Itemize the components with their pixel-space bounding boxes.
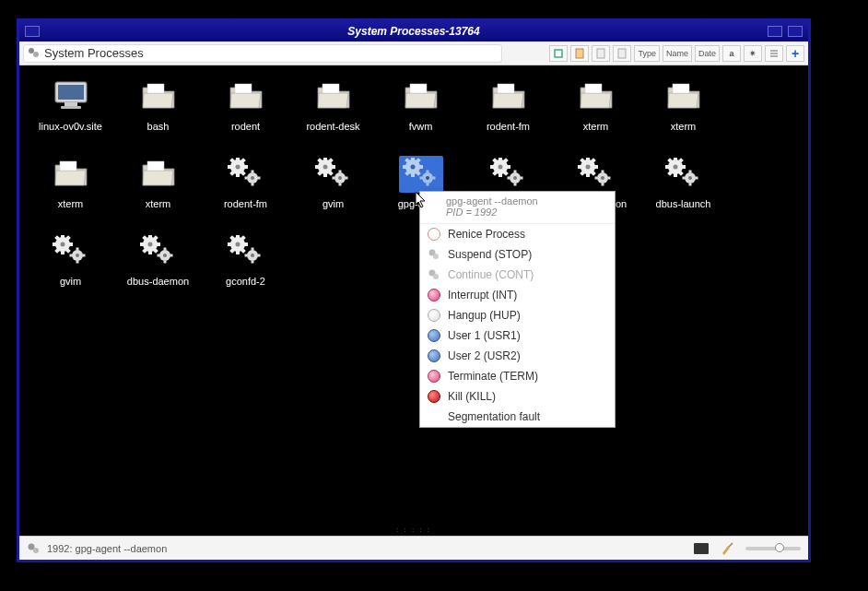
signal-pink-icon <box>428 289 440 301</box>
tool-doc2[interactable] <box>592 45 610 62</box>
folder-icon <box>224 78 268 115</box>
process-label: bash <box>147 121 170 132</box>
process-item[interactable]: rodent-fm <box>464 75 552 152</box>
menu-item-label: Hangup (HUP) <box>448 309 521 322</box>
status-gears-icon <box>27 542 41 555</box>
sort-type[interactable]: Type <box>634 45 660 62</box>
menu-item[interactable]: User 1 (USR1) <box>420 325 615 346</box>
process-item[interactable]: gconfd-2 <box>202 230 289 307</box>
process-item[interactable]: linux-ov0v.site <box>27 75 114 152</box>
svg-rect-3 <box>576 49 583 58</box>
menu-item[interactable]: Interrupt (INT) <box>420 285 615 305</box>
folder-icon <box>662 78 706 115</box>
zoom-thumb[interactable] <box>775 543 784 552</box>
process-item[interactable]: rodent-fm <box>202 152 289 230</box>
gears-icon <box>136 233 181 270</box>
menu-item-label: Suspend (STOP) <box>448 248 532 261</box>
folder-icon <box>399 78 443 115</box>
menu-item[interactable]: Kill (KILL) <box>420 386 615 407</box>
process-item[interactable]: gvim <box>289 152 377 230</box>
tool-add[interactable]: + <box>786 45 804 62</box>
process-item[interactable]: dbus-launch <box>639 152 727 230</box>
process-label: rodent-fm <box>487 121 530 132</box>
tool-font[interactable]: a <box>722 45 741 62</box>
gears-icon <box>428 268 440 281</box>
folder-icon <box>487 78 531 115</box>
toolbar: System Processes Type Name Date a ✷ + <box>19 41 808 65</box>
process-item[interactable]: gvim <box>27 230 114 307</box>
tool-doc1[interactable] <box>570 45 589 62</box>
sort-date[interactable]: Date <box>695 45 720 62</box>
process-item[interactable]: xterm <box>639 75 727 152</box>
window-title: System Processes-13764 <box>347 25 479 38</box>
process-label: rodent-desk <box>306 121 359 132</box>
titlebar[interactable]: System Processes-13764 <box>19 21 808 41</box>
menu-item[interactable]: User 2 (USR2) <box>420 346 615 366</box>
sort-name[interactable]: Name <box>663 45 692 62</box>
process-label: fvwm <box>409 121 433 132</box>
svg-line-12 <box>729 543 733 547</box>
menu-item-label: Terminate (TERM) <box>448 370 538 383</box>
menu-item[interactable]: Segmentation fault <box>420 407 615 427</box>
signal-pink-icon <box>428 370 440 383</box>
process-label: xterm <box>671 121 697 132</box>
signal-none-icon <box>428 410 440 423</box>
process-label: xterm <box>583 121 609 132</box>
menu-item-label: User 2 (USR2) <box>448 349 521 362</box>
status-terminal-icon[interactable] <box>694 542 709 555</box>
svg-rect-11 <box>694 543 709 554</box>
gears-icon <box>487 156 531 193</box>
process-label: xterm <box>146 198 171 209</box>
menu-item[interactable]: Suspend (STOP) <box>420 244 615 265</box>
process-item[interactable]: fvwm <box>377 75 464 152</box>
gears-icon <box>399 156 443 193</box>
signal-red-icon <box>428 390 440 403</box>
process-label: gvim <box>60 276 81 287</box>
context-menu: gpg-agent --daemon PID = 1992 Renice Pro… <box>419 191 616 428</box>
process-item[interactable]: xterm <box>27 152 114 230</box>
menu-item-label: Interrupt (INT) <box>448 289 517 301</box>
process-label: dbus-daemon <box>127 276 189 287</box>
folder-icon <box>136 156 181 193</box>
context-menu-pid: PID = 1992 <box>446 207 605 218</box>
gears-icon <box>662 156 706 193</box>
zoom-slider[interactable] <box>745 547 801 550</box>
process-label: rodent-fm <box>224 198 267 209</box>
window-menu-button[interactable] <box>25 26 40 37</box>
signal-blue-icon <box>428 329 440 342</box>
menu-item-label: Segmentation fault <box>448 410 540 423</box>
pane-grip[interactable]: : : : : : <box>396 526 431 534</box>
process-item[interactable]: xterm <box>552 75 639 152</box>
menu-item[interactable]: Renice Process <box>420 224 615 244</box>
tool-doc3[interactable] <box>613 45 631 62</box>
minimize-button[interactable] <box>788 26 803 37</box>
menu-item[interactable]: Terminate (TERM) <box>420 366 615 386</box>
process-item[interactable]: rodent-desk <box>289 75 377 152</box>
gears-icon <box>49 233 93 270</box>
process-item[interactable]: bash <box>114 75 202 152</box>
svg-point-1 <box>33 52 39 57</box>
svg-point-14 <box>433 254 439 259</box>
context-menu-title: gpg-agent --daemon <box>446 195 605 207</box>
tool-star[interactable]: ✷ <box>744 45 762 62</box>
monitor-icon <box>49 78 93 115</box>
context-menu-header: gpg-agent --daemon PID = 1992 <box>420 192 615 224</box>
svg-rect-4 <box>597 49 604 58</box>
process-label: linux-ov0v.site <box>39 121 102 132</box>
process-item[interactable]: rodent <box>202 75 289 152</box>
menu-item-label: Continue (CONT) <box>448 268 534 281</box>
status-broom-icon[interactable] <box>720 542 734 555</box>
process-item[interactable]: xterm <box>114 152 202 230</box>
content-area[interactable]: linux-ov0v.sitebashrodentrodent-deskfvwm… <box>19 65 808 532</box>
signal-blue-icon <box>428 349 440 362</box>
tool-list[interactable] <box>765 45 783 62</box>
process-item[interactable]: dbus-daemon <box>114 230 202 307</box>
process-label: gconfd-2 <box>226 276 265 287</box>
menu-item[interactable]: Hangup (HUP) <box>420 305 615 325</box>
svg-point-10 <box>33 548 39 553</box>
signal-clock-icon <box>428 228 440 241</box>
tool-refresh[interactable] <box>549 45 568 62</box>
maximize-button[interactable] <box>768 26 782 37</box>
location-bar[interactable]: System Processes <box>23 44 502 63</box>
folder-icon <box>136 78 181 115</box>
